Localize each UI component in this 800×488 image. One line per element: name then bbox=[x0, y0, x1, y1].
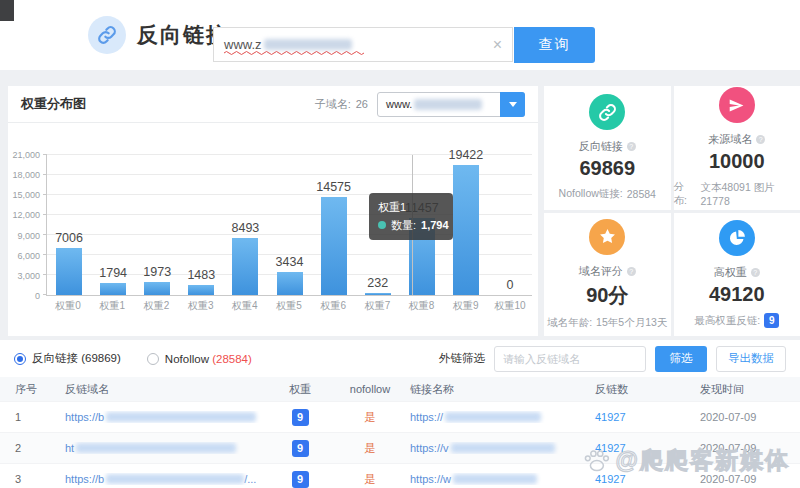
chart-tooltip: 权重1 数量: 1,794 bbox=[369, 193, 453, 240]
filter-button[interactable]: 筛选 bbox=[655, 346, 707, 372]
x-tick-label: 权重7 bbox=[355, 299, 399, 313]
bar-权重1[interactable]: 1794 bbox=[91, 155, 135, 295]
bar-权重5[interactable]: 3434 bbox=[267, 155, 311, 295]
stat-card-1: 反向链接?69869Nofollow链接:28584 bbox=[544, 86, 671, 210]
axis-tick bbox=[43, 214, 47, 215]
table-header: 序号反链域名权重nofollow链接名称反链数发现时间 bbox=[0, 377, 800, 401]
weight-badge: 9 bbox=[292, 471, 309, 488]
masked-url bbox=[453, 474, 537, 484]
stat-label: 来源域名 bbox=[708, 132, 752, 147]
stat-subtext: 域名年龄:15年5个月13天 bbox=[547, 316, 667, 330]
bar-rect[interactable] bbox=[144, 282, 170, 295]
star-icon bbox=[589, 219, 625, 255]
bar-rect[interactable] bbox=[453, 165, 479, 295]
bar-value-label: 1483 bbox=[187, 268, 215, 282]
subdomain-select[interactable]: www. bbox=[377, 92, 525, 117]
help-icon[interactable]: ? bbox=[627, 267, 636, 276]
bar-value-label: 3434 bbox=[276, 255, 304, 269]
bar-权重6[interactable]: 14575 bbox=[312, 155, 356, 295]
masked-select-text bbox=[414, 99, 482, 110]
masked-url bbox=[451, 443, 555, 453]
masked-url bbox=[106, 474, 244, 484]
backlink-filter-input[interactable] bbox=[494, 346, 646, 372]
weight-badge: 9 bbox=[764, 313, 779, 328]
stat-subtext: 分布:文本48091 图片21778 bbox=[674, 180, 800, 208]
query-button[interactable]: 查询 bbox=[514, 27, 595, 63]
backlink-domain-link[interactable]: https://b/... bbox=[65, 473, 270, 485]
bar-rect[interactable] bbox=[100, 283, 126, 295]
bar-value-label: 14575 bbox=[316, 180, 351, 194]
axis-tick bbox=[43, 294, 47, 295]
x-tick-label: 权重3 bbox=[179, 299, 223, 313]
paw-icon bbox=[582, 448, 612, 474]
stat-card-2: 来源域名?10000分布:文本48091 图片21778 bbox=[674, 86, 800, 210]
bar-chart: 03,0006,0009,00012,00015,00018,00021,000… bbox=[8, 123, 538, 335]
nofollow-flag: 是 bbox=[330, 441, 410, 456]
radio-unchecked-icon[interactable] bbox=[147, 353, 159, 365]
radio-backlinks[interactable]: 反向链接 (69869) bbox=[14, 351, 121, 366]
axis-tick bbox=[43, 254, 47, 255]
chart-bars: 7006179419731483849334341457523211457194… bbox=[47, 155, 532, 295]
chart-y-axis: 03,0006,0009,00012,00015,00018,00021,000 bbox=[8, 155, 42, 296]
help-icon[interactable]: ? bbox=[751, 268, 760, 277]
tooltip-value: 1,794 bbox=[421, 217, 449, 235]
bar-rect[interactable] bbox=[188, 285, 214, 295]
help-icon[interactable]: ? bbox=[627, 142, 636, 151]
masked-url bbox=[76, 443, 236, 453]
stat-subtext: 最高权重反链:9 bbox=[694, 313, 779, 328]
bar-value-label: 232 bbox=[367, 276, 388, 290]
subdomain-count: 26 bbox=[356, 98, 368, 110]
stat-value: 69869 bbox=[579, 157, 635, 180]
y-tick-label: 18,000 bbox=[12, 170, 40, 180]
bar-rect[interactable] bbox=[365, 293, 391, 295]
stat-label: 反向链接 bbox=[579, 139, 623, 154]
column-header: 链接名称 bbox=[410, 382, 595, 397]
stat-card-4: 高权重?49120最高权重反链:9 bbox=[674, 213, 800, 337]
export-data-button[interactable]: 导出数据 bbox=[716, 346, 786, 372]
axis-tick bbox=[43, 154, 47, 155]
backlink-domain-link[interactable]: https://b bbox=[65, 411, 270, 423]
chevron-down-icon[interactable] bbox=[500, 92, 525, 117]
bar-value-label: 8493 bbox=[232, 221, 260, 235]
axis-tick bbox=[43, 274, 47, 275]
corner-fragment bbox=[0, 0, 14, 21]
x-tick-label: 权重8 bbox=[400, 299, 444, 313]
bar-rect[interactable] bbox=[321, 197, 347, 295]
stat-value: 10000 bbox=[709, 150, 765, 173]
backlink-count-link[interactable]: 41927 bbox=[595, 411, 700, 423]
stat-value: 49120 bbox=[709, 283, 765, 306]
bar-value-label: 1973 bbox=[143, 265, 171, 279]
radio-checked-icon[interactable] bbox=[14, 353, 26, 365]
bar-rect[interactable] bbox=[232, 238, 258, 295]
stat-value: 90分 bbox=[586, 282, 628, 309]
bar-rect[interactable] bbox=[277, 272, 303, 295]
link-name-link[interactable]: https://v bbox=[410, 442, 595, 454]
bar-权重2[interactable]: 1973 bbox=[135, 155, 179, 295]
bar-value-label: 19422 bbox=[449, 148, 484, 162]
x-tick-label: 权重5 bbox=[267, 299, 311, 313]
link-name-link[interactable]: https://w bbox=[410, 473, 595, 485]
found-date: 2020-07-09 bbox=[700, 411, 800, 423]
axis-tick bbox=[43, 234, 47, 235]
row-index: 2 bbox=[15, 442, 65, 454]
link-icon bbox=[88, 16, 126, 54]
link-name-link[interactable]: https:// bbox=[410, 411, 595, 423]
bar-权重4[interactable]: 8493 bbox=[223, 155, 267, 295]
y-tick-label: 12,000 bbox=[12, 210, 40, 220]
masked-search-text bbox=[264, 39, 352, 50]
tooltip-series-label: 数量: bbox=[391, 217, 416, 235]
bar-权重3[interactable]: 1483 bbox=[179, 155, 223, 295]
domain-search-input[interactable]: www.z × bbox=[213, 27, 513, 62]
pie-icon bbox=[719, 220, 755, 256]
top-header: 反向链接 www.z × 查询 bbox=[0, 0, 800, 70]
bar-rect[interactable] bbox=[56, 248, 82, 295]
clear-icon[interactable]: × bbox=[493, 37, 502, 53]
column-header: 反链域名 bbox=[65, 382, 270, 397]
backlink-domain-link[interactable]: ht bbox=[65, 442, 270, 454]
bar-权重10[interactable]: 0 bbox=[488, 155, 532, 295]
radio-nofollow[interactable]: Nofollow (28584) bbox=[147, 353, 252, 365]
bar-权重0[interactable]: 7006 bbox=[47, 155, 91, 295]
stat-label: 高权重 bbox=[714, 265, 747, 280]
chart-title: 权重分布图 bbox=[21, 95, 86, 113]
help-icon[interactable]: ? bbox=[756, 135, 765, 144]
